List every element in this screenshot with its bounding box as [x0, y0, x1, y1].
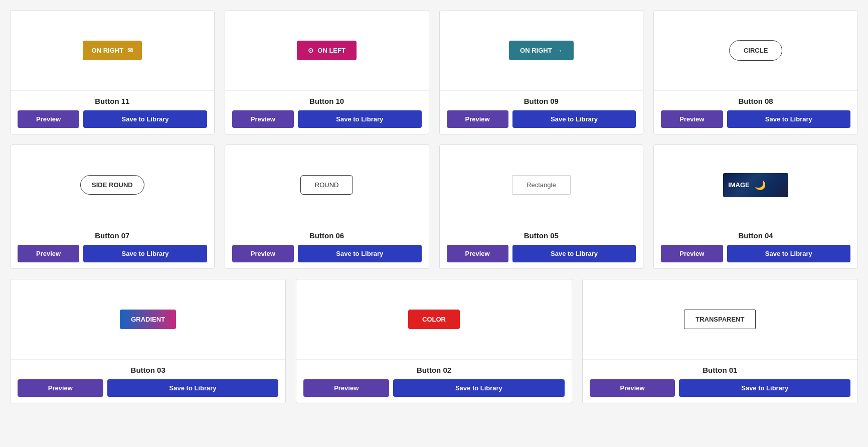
preview-btn-btn04[interactable]: Preview: [661, 245, 723, 262]
preview-btn-btn02[interactable]: Preview: [303, 379, 389, 397]
card-title-btn11: Button 11: [18, 97, 207, 105]
card-actions-btn11: Preview Save to Library: [18, 110, 207, 128]
card-preview-btn05: Rectangle: [440, 145, 643, 225]
preview-button-btn09: ON RIGHT →: [509, 41, 574, 60]
save-btn-btn09[interactable]: Save to Library: [512, 110, 636, 128]
card-btn01: TRANSPARENT Button 01 Preview Save to Li…: [582, 279, 858, 403]
row-2: SIDE ROUND Button 07 Preview Save to Lib…: [10, 144, 858, 269]
save-btn-btn08[interactable]: Save to Library: [727, 110, 851, 128]
preview-btn-btn08[interactable]: Preview: [661, 110, 723, 128]
card-btn06: ROUND Button 06 Preview Save to Library: [225, 144, 429, 269]
card-actions-btn02: Preview Save to Library: [303, 379, 564, 397]
card-actions-btn01: Preview Save to Library: [590, 379, 850, 397]
preview-button-btn01: TRANSPARENT: [684, 310, 756, 329]
save-btn-btn06[interactable]: Save to Library: [298, 245, 422, 262]
card-title-btn02: Button 02: [303, 366, 564, 374]
card-title-btn09: Button 09: [447, 97, 636, 105]
preview-label-btn08: CIRCLE: [744, 47, 768, 54]
preview-btn-btn03[interactable]: Preview: [18, 379, 103, 397]
card-actions-btn09: Preview Save to Library: [447, 110, 636, 128]
preview-label-btn07: SIDE ROUND: [92, 181, 133, 189]
card-btn03: GRADIENT Button 03 Preview Save to Libra…: [10, 279, 286, 403]
preview-label-btn02: COLOR: [422, 316, 446, 323]
card-footer-btn03: Button 03 Preview Save to Library: [11, 360, 285, 403]
preview-label-btn11: ON RIGHT: [92, 47, 124, 54]
save-btn-btn10[interactable]: Save to Library: [298, 110, 422, 128]
card-actions-btn07: Preview Save to Library: [18, 245, 207, 262]
card-btn11: ON RIGHT ✉ Button 11 Preview Save to Lib…: [10, 10, 215, 134]
card-actions-btn10: Preview Save to Library: [232, 110, 422, 128]
preview-button-btn11: ON RIGHT ✉: [83, 41, 142, 60]
preview-label-btn04: IMAGE: [728, 181, 750, 189]
card-preview-btn09: ON RIGHT →: [440, 11, 643, 91]
preview-button-btn05: Rectangle: [512, 175, 571, 195]
card-footer-btn06: Button 06 Preview Save to Library: [225, 225, 429, 268]
card-preview-btn07: SIDE ROUND: [11, 145, 214, 225]
save-btn-btn01[interactable]: Save to Library: [679, 379, 850, 397]
card-footer-btn07: Button 07 Preview Save to Library: [11, 225, 214, 268]
mail-icon: ✉: [127, 47, 133, 54]
row-3: GRADIENT Button 03 Preview Save to Libra…: [10, 279, 858, 403]
card-preview-btn10: ⊙ ON LEFT: [225, 11, 429, 91]
save-btn-btn04[interactable]: Save to Library: [727, 245, 851, 262]
preview-btn-btn05[interactable]: Preview: [447, 245, 508, 262]
preview-button-btn06: ROUND: [300, 175, 354, 195]
preview-label-btn03: GRADIENT: [131, 316, 165, 323]
card-btn02: COLOR Button 02 Preview Save to Library: [296, 279, 572, 403]
save-btn-btn05[interactable]: Save to Library: [512, 245, 636, 262]
preview-button-btn10: ⊙ ON LEFT: [297, 41, 357, 60]
save-btn-btn02[interactable]: Save to Library: [393, 379, 565, 397]
card-title-btn03: Button 03: [18, 366, 278, 374]
preview-btn-btn06[interactable]: Preview: [232, 245, 294, 262]
row-1: ON RIGHT ✉ Button 11 Preview Save to Lib…: [10, 10, 858, 134]
arrow-icon: →: [556, 47, 563, 54]
card-title-btn01: Button 01: [590, 366, 850, 374]
preview-label-btn09: ON RIGHT: [520, 47, 552, 54]
card-footer-btn08: Button 08 Preview Save to Library: [654, 91, 857, 134]
card-btn09: ON RIGHT → Button 09 Preview Save to Lib…: [439, 10, 644, 134]
card-btn08: CIRCLE Button 08 Preview Save to Library: [653, 10, 858, 134]
preview-btn-btn11[interactable]: Preview: [18, 110, 79, 128]
card-title-btn08: Button 08: [661, 97, 850, 105]
card-preview-btn02: COLOR: [296, 279, 571, 360]
card-title-btn06: Button 06: [232, 231, 422, 240]
preview-button-btn02: COLOR: [408, 310, 460, 329]
card-actions-btn04: Preview Save to Library: [661, 245, 850, 262]
card-preview-btn11: ON RIGHT ✉: [11, 11, 214, 91]
card-title-btn05: Button 05: [447, 231, 636, 240]
card-footer-btn02: Button 02 Preview Save to Library: [296, 360, 571, 403]
preview-label-btn10: ON LEFT: [317, 47, 345, 54]
preview-button-btn03: GRADIENT: [120, 310, 176, 329]
moon-icon: 🌙: [755, 180, 766, 191]
preview-btn-btn09[interactable]: Preview: [447, 110, 508, 128]
card-preview-btn06: ROUND: [225, 145, 429, 225]
preview-btn-btn10[interactable]: Preview: [232, 110, 294, 128]
card-title-btn10: Button 10: [232, 97, 422, 105]
preview-btn-btn01[interactable]: Preview: [590, 379, 675, 397]
preview-button-btn08: CIRCLE: [729, 40, 782, 61]
card-footer-btn05: Button 05 Preview Save to Library: [440, 225, 643, 268]
card-btn04: IMAGE 🌙 Button 04 Preview Save to Librar…: [653, 144, 858, 269]
image-preview-container: IMAGE 🌙: [723, 173, 788, 197]
card-footer-btn01: Button 01 Preview Save to Library: [583, 360, 857, 403]
save-btn-btn07[interactable]: Save to Library: [83, 245, 207, 262]
card-preview-btn08: CIRCLE: [654, 11, 857, 91]
card-footer-btn10: Button 10 Preview Save to Library: [225, 91, 429, 134]
card-btn07: SIDE ROUND Button 07 Preview Save to Lib…: [10, 144, 215, 269]
card-preview-btn04: IMAGE 🌙: [654, 145, 857, 225]
card-preview-btn01: TRANSPARENT: [583, 279, 857, 360]
play-icon: ⊙: [308, 47, 313, 54]
preview-label-btn06: ROUND: [315, 181, 339, 189]
card-btn10: ⊙ ON LEFT Button 10 Preview Save to Libr…: [225, 10, 429, 134]
preview-label-btn05: Rectangle: [527, 181, 556, 189]
card-btn05: Rectangle Button 05 Preview Save to Libr…: [439, 144, 644, 269]
card-preview-btn03: GRADIENT: [11, 279, 285, 360]
card-actions-btn08: Preview Save to Library: [661, 110, 850, 128]
save-btn-btn11[interactable]: Save to Library: [83, 110, 207, 128]
card-actions-btn06: Preview Save to Library: [232, 245, 422, 262]
save-btn-btn03[interactable]: Save to Library: [107, 379, 279, 397]
preview-button-btn07: SIDE ROUND: [80, 175, 144, 195]
preview-label-btn01: TRANSPARENT: [696, 316, 744, 323]
preview-btn-btn07[interactable]: Preview: [18, 245, 79, 262]
card-title-btn07: Button 07: [18, 231, 207, 240]
